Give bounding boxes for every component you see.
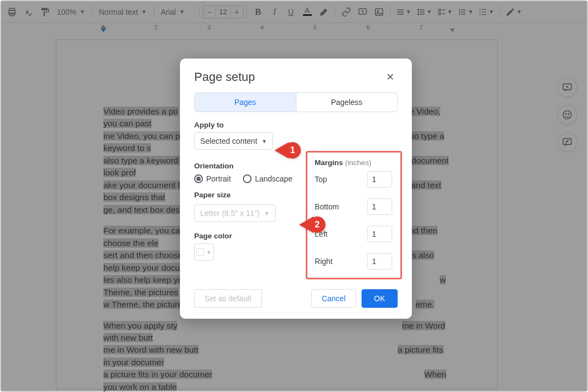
paper-size-dropdown: Letter (8.5" x 11") ▼: [194, 204, 276, 222]
set-as-default-button: Set as default: [194, 289, 262, 308]
apply-to-value: Selected content: [200, 137, 257, 145]
page-color-dropdown: ▼: [194, 243, 214, 261]
orientation-landscape-radio[interactable]: Landscape: [243, 174, 293, 183]
orientation-portrait-label: Portrait: [206, 174, 231, 183]
margin-top-label: Top: [315, 175, 327, 184]
margin-bottom-label: Bottom: [315, 202, 339, 211]
paper-size-label: Paper size: [194, 191, 302, 199]
cancel-button[interactable]: Cancel: [311, 289, 356, 308]
margin-left-input[interactable]: [367, 226, 392, 242]
radio-icon: [194, 174, 203, 183]
orientation-portrait-radio[interactable]: Portrait: [194, 174, 231, 183]
dialog-title: Page setup: [194, 70, 255, 84]
paper-size-value: Letter (8.5" x 11"): [200, 209, 260, 218]
tab-pages[interactable]: Pages: [195, 93, 296, 112]
margin-top-input[interactable]: [367, 171, 392, 188]
annotation-callout-2: 2: [299, 217, 325, 233]
apply-to-dropdown[interactable]: Selected content ▼: [194, 132, 273, 150]
margin-bottom-input[interactable]: [367, 198, 392, 215]
tab-pageless[interactable]: Pageless: [296, 93, 398, 112]
chevron-down-icon: ▼: [206, 249, 212, 255]
margin-right-label: Right: [315, 257, 333, 266]
close-icon[interactable]: ✕: [382, 69, 398, 85]
chevron-down-icon: ▼: [261, 138, 267, 144]
orientation-label: Orientation: [194, 162, 302, 170]
chevron-down-icon: ▼: [264, 210, 270, 217]
margin-right-input[interactable]: [367, 253, 392, 270]
orientation-landscape-label: Landscape: [255, 174, 293, 183]
color-swatch-icon: [196, 248, 204, 256]
dialog-tabs: Pages Pageless: [194, 92, 398, 112]
ok-button[interactable]: OK: [362, 289, 398, 308]
margins-label: Margins (inches): [315, 159, 392, 167]
annotation-callout-1: 1: [275, 142, 301, 159]
radio-icon: [243, 174, 252, 183]
apply-to-label: Apply to: [194, 121, 398, 129]
page-color-label: Page color: [194, 232, 302, 240]
page-setup-dialog: Page setup ✕ Pages Pageless Apply to Sel…: [180, 58, 412, 319]
